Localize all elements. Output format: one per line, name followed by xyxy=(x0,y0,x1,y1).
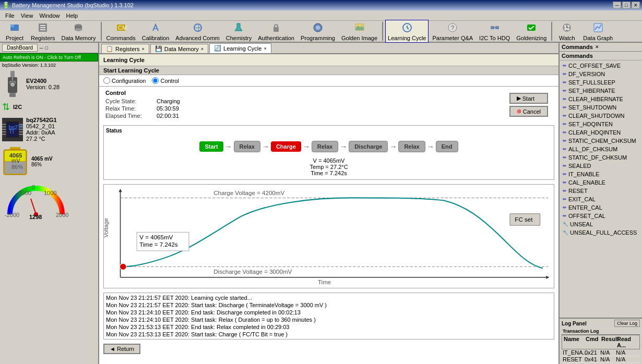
right-panel-close[interactable]: ✕ xyxy=(595,44,599,50)
toolbar-data-memory[interactable]: Data Memory xyxy=(58,20,98,43)
toolbar-chemistry[interactable]: Chemistry xyxy=(223,20,255,43)
commands-list: ✏CC_OFFSET_SAVE ✏DF_VERSION ✏SET_FULLSLE… xyxy=(560,60,642,318)
trans-col-result: Result xyxy=(600,336,615,348)
right-panel: Commands ✕ Commands ✏CC_OFFSET_SAVE ✏DF_… xyxy=(558,43,642,364)
cmd-exit-cal[interactable]: ✏EXIT_CAL xyxy=(561,195,641,203)
trans-col-cmd: Cmd xyxy=(585,336,599,348)
menu-view[interactable]: View xyxy=(18,11,37,20)
cmd-pencil-icon-10: ✏ xyxy=(563,138,567,143)
toolbar-goldenizing[interactable]: Goldenizing xyxy=(514,20,549,43)
toolbar-watch[interactable]: Watch xyxy=(554,20,579,43)
clear-log-button[interactable]: Clear Log xyxy=(614,320,640,327)
relax-time-label: Relax Time: xyxy=(105,105,152,112)
voltage-label: V = 4065mV xyxy=(107,157,551,164)
cmd-offset-cal[interactable]: ✏OFFSET_CAL xyxy=(561,212,641,220)
cancel-btn-label: Cancel xyxy=(523,108,541,115)
svg-rect-1 xyxy=(10,25,14,27)
node-relax-3: Relax xyxy=(398,141,425,152)
radio-control[interactable]: Control xyxy=(152,77,179,84)
advanced-comm-icon xyxy=(192,21,204,34)
svg-text:?: ? xyxy=(451,25,454,31)
cmd-pencil-icon-4: ✏ xyxy=(563,88,567,93)
toolbar-project[interactable]: Project xyxy=(2,20,27,43)
toolbar-data-graph[interactable]: Data Graph xyxy=(580,20,615,43)
cmd-pencil-icon-2: ✏ xyxy=(563,71,567,77)
auto-refresh-badge[interactable]: Auto Refresh is ON - Click to Turn Off xyxy=(0,53,98,62)
start-learning-cycle-title: Start Learning Cycle xyxy=(99,66,558,75)
cmd-static-chem-chksum[interactable]: ✏STATIC_CHEM_CHKSUM xyxy=(561,137,641,145)
toolbar-calibration[interactable]: Calibration xyxy=(139,20,172,43)
cmd-reset[interactable]: ✏RESET xyxy=(561,187,641,195)
menu-help[interactable]: Help xyxy=(63,11,81,20)
toolbar-data-memory-label: Data Memory xyxy=(61,35,96,41)
svg-point-26 xyxy=(566,25,568,26)
elapsed-time-value: 02:00:31 xyxy=(157,113,179,119)
cmd-unseal-full-access[interactable]: 🔧UNSEAL_FULL_ACCESS xyxy=(561,228,641,237)
return-button[interactable]: ◄ Return xyxy=(103,344,140,354)
cmd-clear-shutdown[interactable]: ✏CLEAR_SHUTDOWN xyxy=(561,112,641,120)
maximize-btn[interactable]: □ xyxy=(622,2,631,9)
tab-data-memory-close[interactable]: × xyxy=(201,46,204,52)
cmd-sealed[interactable]: ✏SEALED xyxy=(561,162,641,170)
cmd-unseal[interactable]: 🔧UNSEAL xyxy=(561,220,641,228)
log-panel: Log Panel Clear Log Transaction Log Name… xyxy=(560,318,642,364)
toolbar-i2c-to-hdq[interactable]: I2C To HDQ xyxy=(477,20,513,43)
title-bar-controls[interactable]: ─ □ ✕ xyxy=(613,2,640,9)
cmd-set-fullsleep[interactable]: ✏SET_FULLSLEEP xyxy=(561,78,641,87)
trans-col-read: Read A... xyxy=(616,336,634,348)
menu-window[interactable]: Window xyxy=(36,11,63,20)
toolbar-authentication[interactable]: Authentication xyxy=(255,20,297,43)
start-icon: ▶ xyxy=(517,95,521,102)
svg-point-29 xyxy=(564,27,565,29)
cmd-it-enable[interactable]: ✏IT_ENABLE xyxy=(561,170,641,178)
toolbar-commands[interactable]: CMD Commands xyxy=(104,20,138,43)
cmd-cc-offset-save[interactable]: ✏CC_OFFSET_SAVE xyxy=(561,62,641,70)
tab-registers[interactable]: 📋 Registers × xyxy=(101,44,149,53)
toolbar-parameter-qa-label: Parameter Q&A xyxy=(432,35,473,41)
close-btn[interactable]: ✕ xyxy=(632,2,640,9)
app-title: Battery Management Studio (bqStudio ) 1.… xyxy=(12,2,134,8)
cmd-set-shutdown[interactable]: ✏SET_SHUTDOWN xyxy=(561,103,641,112)
cmd-enter-cal[interactable]: ✏ENTER_CAL xyxy=(561,203,641,212)
tab-data-memory[interactable]: 💾 Data Memory × xyxy=(150,44,208,53)
cmd-set-hdqinten[interactable]: ✏SET_HDQINTEN xyxy=(561,120,641,128)
minimize-icon[interactable]: ─ xyxy=(40,45,43,51)
radio-configuration[interactable]: Configuration xyxy=(103,77,146,84)
cycle-state-label: Cycle State: xyxy=(105,98,152,104)
restore-icon[interactable]: □ xyxy=(45,45,47,51)
cmd-clear-hibernate[interactable]: ✏CLEAR_HIBERNATE xyxy=(561,95,641,103)
svg-rect-33 xyxy=(10,71,15,77)
cmd-cal-enable[interactable]: ✏CAL_ENABLE xyxy=(561,178,641,187)
start-button[interactable]: ▶ Start xyxy=(509,93,548,104)
svg-point-8 xyxy=(75,28,82,31)
toolbar-advanced-comm[interactable]: Advanced Comm xyxy=(173,20,222,43)
dashboard-tab-btn[interactable]: DashBoard xyxy=(2,44,38,52)
toolbar-learning-cycle[interactable]: Learning Cycle xyxy=(385,20,429,43)
trans-col-name: Name xyxy=(563,336,584,348)
cmd-df-version[interactable]: ✏DF_VERSION xyxy=(561,70,641,78)
toolbar-programming[interactable]: Programming xyxy=(298,20,338,43)
toolbar-golden-image[interactable]: Golden Image xyxy=(339,20,380,43)
svg-text:Discharge Voltage = 3000mV: Discharge Voltage = 3000mV xyxy=(213,269,292,275)
toolbar-parameter-qa[interactable]: ? Parameter Q&A xyxy=(430,20,475,43)
minimize-btn[interactable]: ─ xyxy=(613,2,621,9)
log-area[interactable]: Mon Nov 23 21:21:57 EET 2020: Learning c… xyxy=(103,293,554,339)
control-title: Control xyxy=(105,90,509,96)
menu-file[interactable]: File xyxy=(2,11,18,20)
tab-registers-close[interactable]: × xyxy=(141,46,144,52)
tab-learning-cycle[interactable]: 🔄 Learning Cycle × xyxy=(209,43,271,53)
transaction-log: Transaction Log Name Cmd Result Read A..… xyxy=(562,328,640,363)
golden-image-icon xyxy=(353,21,366,34)
cmd-static-df-chksum[interactable]: ✏STATIC_DF_CHKSUM xyxy=(561,153,641,162)
i2c-to-hdq-icon xyxy=(489,21,501,34)
cmd-clear-hdqinten[interactable]: ✏CLEAR_HDQINTEN xyxy=(561,128,641,137)
tab-bar: 📋 Registers × 💾 Data Memory × 🔄 Learning… xyxy=(99,43,558,54)
toolbar-goldenizing-label: Goldenizing xyxy=(516,35,546,41)
cmd-set-hibernate[interactable]: ✏SET_HIBERNATE xyxy=(561,87,641,95)
cmd-all-df-chksum[interactable]: ✏ALL_DF_CHKSUM xyxy=(561,145,641,153)
time-label: Time = 7.242s xyxy=(107,170,551,176)
gauge-section: -2000 -1000 0 1000 2000 1298 xyxy=(0,179,98,222)
cancel-button[interactable]: ⊗ Cancel xyxy=(509,106,548,117)
toolbar-registers[interactable]: Registers xyxy=(28,20,57,43)
tab-learning-cycle-close[interactable]: × xyxy=(264,46,266,51)
